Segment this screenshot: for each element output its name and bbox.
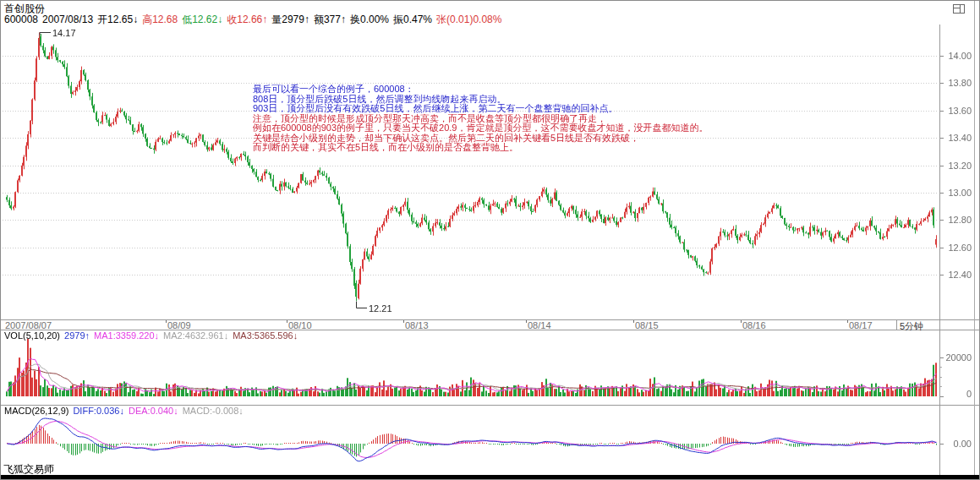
time-axis-tick (403, 320, 404, 323)
time-axis-tick (166, 320, 167, 323)
time-axis-label: 08/17 (849, 320, 873, 330)
time-axis-tick (741, 320, 742, 323)
time-axis-tick (633, 320, 634, 323)
candlestick-canvas[interactable] (1, 25, 980, 319)
annotation-line: 而判断的关键，其实不在5日线，而在小级别的是否盘整背驰上。 (253, 143, 708, 153)
split-window-icon[interactable] (953, 4, 965, 14)
high-price-label: 14.17 (52, 28, 76, 38)
volume-panel[interactable]: VOL(5,10,20)2979↑MA1:3359.220↓MA2:4632.9… (1, 330, 980, 405)
price-axis-label: 14.00 (941, 51, 972, 61)
time-axis-label: 08/15 (635, 320, 659, 330)
annotation-note: 最后可以看一个综合的例子，600008：808日，顶分型后跌破5日线，然后调整到… (253, 85, 708, 153)
period-separator (896, 320, 897, 330)
quote-field: 600008 (4, 14, 38, 25)
volume-header-field: MA2:4632.961↓ (163, 330, 228, 341)
macd-header-field: DEA:0.040↓ (129, 406, 178, 416)
volume-header-field: VOL(5,10,20) (4, 330, 60, 341)
volume-indicator-header: VOL(5,10,20)2979↑MA1:3359.220↓MA2:4632.9… (4, 330, 302, 341)
volume-axis-label: 20000 (941, 352, 972, 363)
app-window: 首创股份 6000082007/08/13开12.65↓高12.68低12.62… (0, 0, 980, 480)
split-window-icon-divider-v (960, 5, 961, 13)
price-axis-label: 13.40 (941, 133, 972, 143)
split-window-icon-divider-h (954, 8, 960, 8)
macd-header-field: DIFF:0.036↓ (73, 406, 124, 416)
price-axis-label: 12.80 (941, 215, 972, 225)
price-axis-label: 12.40 (941, 270, 972, 280)
window-inner-border (974, 1, 975, 475)
app-brand: 飞狐交易师 (3, 462, 54, 477)
price-axis-label: 13.80 (941, 78, 972, 88)
price-axis-label: 13.20 (941, 161, 972, 171)
time-axis-label: 08/13 (405, 320, 429, 330)
volume-header-field: 2979↑ (64, 330, 90, 341)
annotation-line: 例如在600008的903的例子里，只要当天不破20.9，肯定就是顶分型，这不需… (253, 123, 708, 134)
macd-canvas[interactable] (1, 406, 980, 475)
price-chart-panel[interactable]: 14.0013.8013.6013.4013.2013.0012.8012.60… (1, 25, 980, 319)
time-axis-label: 08/09 (167, 320, 191, 330)
time-axis-label: 2007/08/07 (5, 320, 52, 330)
macd-axis-label: 0.00 (941, 439, 972, 449)
macd-header-field: MACD:-0.008↓ (183, 406, 244, 416)
volume-header-field: MA1:3359.220↓ (94, 330, 159, 341)
annotation-line: 最后可以看一个综合的例子，600008： (253, 85, 708, 95)
time-axis: 5分钟 2007/08/0708/0908/1008/1308/1408/150… (1, 319, 980, 330)
time-axis-label: 08/10 (288, 320, 312, 330)
volume-header-field: MA3:5365.596↓ (233, 330, 298, 341)
right-axis-line (939, 25, 940, 475)
volume-canvas[interactable] (1, 330, 980, 405)
time-axis-label: 08/14 (528, 320, 551, 330)
low-price-label: 12.21 (369, 303, 392, 314)
title-bar: 首创股份 6000082007/08/13开12.65↓高12.68低12.62… (1, 1, 979, 25)
price-axis-label: 13.60 (941, 106, 972, 116)
quote-field: 2007/08/13 (42, 14, 93, 25)
macd-header-field: MACD(26,12,9) (4, 406, 68, 416)
annotation-line: 903日，顶分型后没有有效跌破5日线，然后继续上涨，第二天有一个盘整背驰的回补点… (253, 104, 708, 114)
price-axis-label: 13.00 (941, 188, 972, 198)
volume-axis-label: 0 (941, 389, 972, 399)
bottom-bar (1, 475, 979, 480)
time-axis-tick (287, 320, 287, 323)
price-axis-label: 12.60 (941, 243, 972, 253)
time-axis-tick (847, 320, 848, 323)
macd-panel[interactable]: MACD(26,12,9)DIFF:0.036↓DEA:0.040↓MACD:-… (1, 405, 980, 475)
macd-indicator-header: MACD(26,12,9)DIFF:0.036↓DEA:0.040↓MACD:-… (4, 406, 248, 416)
time-axis-label: 08/16 (742, 320, 766, 330)
time-axis-tick (526, 320, 527, 323)
